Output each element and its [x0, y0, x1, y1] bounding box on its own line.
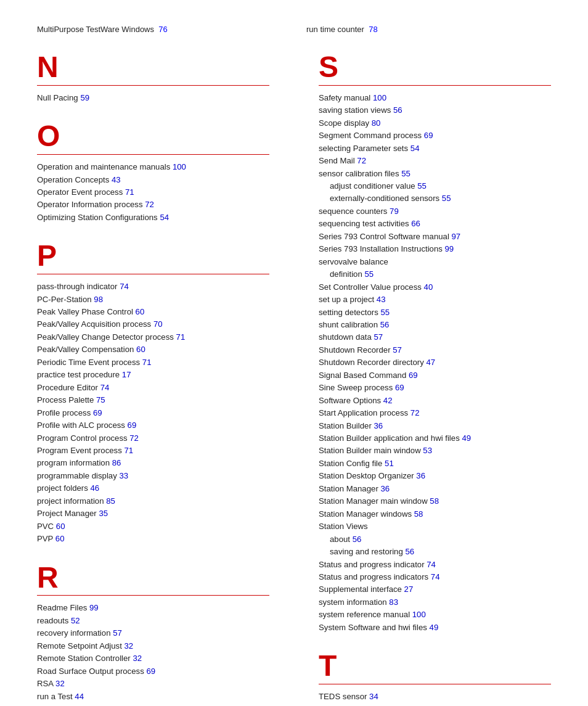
index-entry: Software Options 42 [319, 395, 551, 407]
entry-text: Profile with ALC process [37, 421, 125, 430]
entry-text: Station Builder main window [319, 446, 421, 455]
entry-text: RSA [37, 679, 53, 688]
entry-text: Peak/Valley Compensation [37, 345, 134, 354]
index-entry: definition 55 [319, 268, 551, 281]
entry-num: 55 [401, 169, 410, 178]
entry-text: shutdown data [319, 332, 372, 342]
entry-num: 60 [56, 522, 65, 531]
index-entry: shutdown data 57 [319, 331, 551, 343]
entry-num: 54 [410, 144, 420, 153]
index-entry: Peak/Valley Compensation 60 [37, 343, 269, 356]
top-left-ref: MultiPurpose TestWare Windows 76 [37, 25, 282, 34]
index-entry: PVP 60 [37, 533, 269, 545]
entry-text: Status and progress indicator [319, 560, 425, 569]
index-entry: practice test procedure 17 [37, 369, 269, 381]
index-entry: Peak/Valley Acquisition process 70 [37, 318, 269, 330]
entry-num: 100 [173, 162, 186, 171]
top-right-ref: run time counter 78 [282, 25, 551, 34]
entry-num: 69 [395, 383, 404, 392]
entry-text: sequencing test activities [319, 219, 409, 228]
entry-num: 83 [389, 597, 398, 607]
entry-num: 70 [153, 319, 163, 329]
top-right-label: run time counter [306, 25, 364, 34]
section-divider-O [37, 154, 269, 155]
entry-num: 59 [80, 93, 89, 102]
index-entry: Signal Based Command 69 [319, 369, 551, 382]
section-letter-S: S [319, 51, 551, 84]
page: MultiPurpose TestWare Windows 76 run tim… [0, 0, 588, 706]
entry-num: 69 [128, 421, 137, 430]
index-entry: Start Application process 72 [319, 407, 551, 419]
entry-num: 72 [357, 156, 366, 165]
index-entry: adjust conditioner value 55 [319, 180, 551, 192]
index-entry: Status and progress indicators 74 [319, 571, 551, 583]
entry-num: 60 [136, 345, 145, 354]
entry-text: selecting Parameter sets [319, 144, 408, 153]
index-entry: Sine Sweep process 69 [319, 382, 551, 394]
index-entry: shunt calibration 56 [319, 319, 551, 331]
entry-text: project information [37, 496, 104, 506]
entry-text: Operator Information process [37, 200, 143, 209]
top-left-label: MultiPurpose TestWare Windows [37, 25, 154, 34]
section-divider-S [319, 85, 551, 86]
entry-text: definition [330, 269, 362, 279]
entry-text: Remote Station Controller [37, 654, 131, 663]
left-column: NNull Pacing 59OOperation and maintenanc… [37, 40, 294, 706]
right-column: SSafety manual 100saving station views 5… [294, 40, 551, 706]
index-entry: selecting Parameter sets 54 [319, 142, 551, 155]
entry-text: Shutdown Recorder [319, 345, 391, 355]
entry-num: 69 [146, 667, 155, 676]
entry-text: Status and progress indicators [319, 572, 428, 581]
index-entry: Peak Valley Phase Control 60 [37, 306, 269, 318]
index-entry: Operation and maintenance manuals 100 [37, 161, 269, 173]
entry-text: Optimizing Station Configurations [37, 213, 158, 222]
entry-text: Station Views [319, 522, 368, 531]
entry-num: 71 [125, 187, 134, 197]
index-entry: Operator Event process 71 [37, 186, 269, 199]
index-entry: Station Manager windows 58 [319, 508, 551, 520]
entry-num: 58 [430, 496, 439, 506]
index-entry: Station Manager main window 58 [319, 495, 551, 507]
entry-text: Scope display [319, 118, 369, 128]
top-left-text: MultiPurpose TestWare Windows 76 [37, 25, 168, 34]
index-entry: externally-conditioned sensors 55 [319, 192, 551, 205]
index-entry: sequencing test activities 66 [319, 218, 551, 230]
entry-text: Start Application process [319, 408, 408, 417]
top-references: MultiPurpose TestWare Windows 76 run tim… [37, 25, 551, 34]
entry-text: Peak/Valley Acquisition process [37, 319, 151, 329]
entry-num: 52 [71, 616, 80, 625]
index-entry: Program Control process 72 [37, 432, 269, 445]
entry-num: 60 [136, 307, 145, 316]
entry-text: Program Control process [37, 433, 128, 443]
entry-num: 55 [380, 308, 390, 317]
section-letter-T: T [319, 650, 551, 683]
entry-num: 75 [96, 395, 105, 404]
section-divider-T [319, 684, 551, 684]
entry-num: 74 [431, 572, 440, 581]
entry-text: Shutdown Recorder directory [319, 358, 424, 367]
entry-num: 74 [427, 560, 436, 569]
index-entry: Process Palette 75 [37, 394, 269, 406]
index-entry: pass-through indicator 74 [37, 281, 269, 293]
top-left-num: 76 [158, 25, 167, 34]
entry-num: 71 [142, 358, 152, 367]
index-entry: system reference manual 100 [319, 609, 551, 621]
index-entry: Periodic Time Event process 71 [37, 356, 269, 369]
entry-num: 42 [383, 396, 393, 405]
index-entry: Send Mail 72 [319, 155, 551, 167]
entry-text: sensor calibration files [319, 169, 399, 178]
entry-num: 58 [414, 509, 423, 519]
entry-text: Peak Valley Phase Control [37, 307, 133, 316]
entry-text: Segment Command process [319, 131, 422, 140]
index-entry: sequence counters 79 [319, 205, 551, 218]
entry-text: PC-Per-Station [37, 295, 92, 304]
entry-text: Station Builder [319, 421, 372, 430]
entry-text: run a Test [37, 692, 73, 701]
entry-text: Operation Concepts [37, 175, 109, 184]
entry-num: 49 [462, 433, 471, 443]
index-entry: set up a project 43 [319, 293, 551, 306]
entry-text: Procedure Editor [37, 383, 98, 392]
entry-text: PVP [37, 534, 53, 543]
index-entry: servovalve balance [319, 256, 551, 268]
entry-num: 35 [99, 509, 108, 518]
